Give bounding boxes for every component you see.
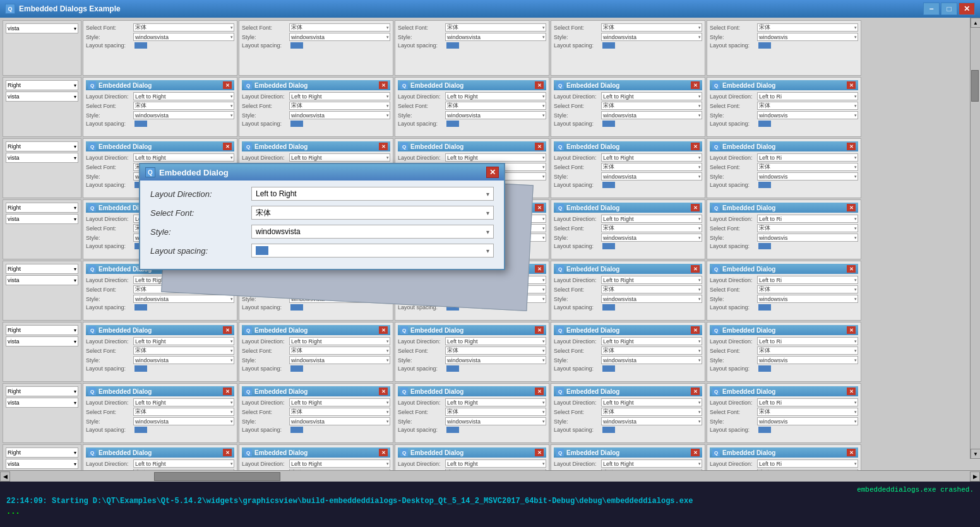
scrollbar-up-btn[interactable]: ▲	[971, 18, 980, 28]
dialog-r8-1: Q Embedded Dialog ✕ Layout Direction: Le…	[83, 444, 237, 470]
dialog-icon: Q	[88, 81, 96, 89]
scrollbar-thumb[interactable]	[971, 70, 979, 102]
horizontal-scrollbar-thumb[interactable]	[154, 472, 280, 481]
dialog-close-btn[interactable]: ✕	[847, 143, 856, 150]
dialog-close-btn[interactable]: ✕	[691, 449, 700, 456]
left-col-6: Right vista	[3, 322, 81, 382]
scrollbar-down-btn[interactable]: ▼	[971, 449, 980, 459]
dialog-top-2: Select Font: 宋体 Style: windowsvista Layo…	[239, 20, 393, 76]
dialog-close-btn[interactable]: ✕	[847, 81, 856, 89]
dropdown-arrow-icon: ▾	[486, 247, 489, 254]
dialog-header: Q Embedded Dialog ✕	[242, 386, 390, 396]
dialog-close-btn[interactable]: ✕	[379, 449, 388, 456]
dialog-close-btn[interactable]: ✕	[847, 388, 856, 395]
dialog-icon: Q	[400, 81, 408, 89]
left-dropdown-8a[interactable]: Right	[6, 447, 78, 458]
dialog-close-btn[interactable]: ✕	[535, 81, 544, 89]
dialog-header: Q Embedded Dialog ✕	[554, 141, 702, 151]
large-dialog-font-row: Select Font: 宋体 ▾	[150, 206, 494, 220]
dialog-r7-4: Q Embedded Dialog ✕ Layout Direction: Le…	[551, 383, 705, 443]
title-bar: Q Embedded Dialogs Example − □ ✕	[0, 0, 980, 18]
dialog-close-btn[interactable]: ✕	[847, 265, 856, 273]
dialog-close-btn[interactable]: ✕	[691, 143, 700, 150]
dialog-close-btn[interactable]: ✕	[223, 81, 232, 89]
minimize-button[interactable]: −	[923, 3, 940, 15]
dialog-icon: Q	[400, 449, 408, 456]
dialog-r5-5: Q Embedded Dialog ✕ Layout Direction: Le…	[707, 261, 861, 321]
large-embedded-dialog: Q Embedded Dialog ✕ Layout Direction: Le…	[139, 163, 505, 270]
dialog-close-btn[interactable]: ✕	[379, 143, 388, 150]
large-dialog-font-label: Select Font:	[150, 208, 251, 218]
dialog-icon: Q	[88, 204, 96, 211]
dialog-close-btn[interactable]: ✕	[535, 204, 544, 211]
left-dropdown-2b[interactable]: vista	[6, 92, 78, 102]
dialog-r8-2: Q Embedded Dialog ✕ Layout Direction: Le…	[239, 444, 393, 470]
dialog-icon: Q	[244, 449, 252, 456]
maximize-button[interactable]: □	[941, 3, 957, 15]
dialog-close-btn[interactable]: ✕	[535, 449, 544, 456]
dialog-header: Q Embedded Dialog ✕	[710, 264, 858, 274]
dialog-icon: Q	[244, 326, 252, 334]
dialog-icon: Q	[88, 388, 96, 395]
dialog-close-btn[interactable]: ✕	[535, 143, 544, 150]
large-dialog-direction-row: Layout Direction: Left to Right ▾	[150, 187, 494, 201]
left-dropdown-7a[interactable]: Right	[6, 386, 78, 396]
dialog-close-btn[interactable]: ✕	[535, 326, 544, 334]
left-dropdown-5b[interactable]: vista	[6, 275, 78, 285]
dialog-header: Q Embedded Dialog ✕	[86, 80, 234, 90]
left-dropdown-6b[interactable]: vista	[6, 336, 78, 346]
dialog-r8-3: Q Embedded Dialog ✕ Layout Direction: Le…	[395, 444, 549, 470]
app-icon: Q	[5, 4, 15, 14]
large-dialog-close-btn[interactable]: ✕	[486, 167, 499, 178]
dialog-close-btn[interactable]: ✕	[379, 388, 388, 395]
left-col-4: Right vista	[3, 199, 81, 259]
dialog-header: Q Embedded Dialog ✕	[554, 325, 702, 335]
left-dropdown-5a[interactable]: Right	[6, 264, 78, 274]
dialog-icon: Q	[712, 449, 720, 456]
left-dropdown-7b[interactable]: vista	[6, 398, 78, 408]
left-dropdown-1[interactable]: vista	[6, 23, 78, 33]
dialog-icon: Q	[244, 388, 252, 395]
scrollbar-right-btn[interactable]: ▶	[970, 471, 980, 482]
dialog-close-btn[interactable]: ✕	[691, 388, 700, 395]
dialog-r7-1: Q Embedded Dialog ✕ Layout Direction: Le…	[83, 383, 237, 443]
dialog-header: Q Embedded Dialog ✕	[86, 386, 234, 396]
left-dropdown-4b[interactable]: vista	[6, 214, 78, 224]
dialog-close-btn[interactable]: ✕	[691, 265, 700, 273]
dialog-icon: Q	[712, 204, 720, 211]
scroll-area[interactable]: vista Select Font: 宋体 Style: windowsvist…	[0, 18, 980, 470]
left-dropdown-2a[interactable]: Right	[6, 80, 78, 90]
dialog-close-btn[interactable]: ✕	[691, 326, 700, 334]
dialog-close-btn[interactable]: ✕	[847, 204, 856, 211]
dialog-r8-5: Q Embedded Dialog ✕ Layout Direction: Le…	[707, 444, 861, 470]
large-dialog-direction-input[interactable]: Left to Right ▾	[251, 187, 494, 201]
left-dropdown-6a[interactable]: Right	[6, 325, 78, 335]
left-dropdown-3b[interactable]: vista	[6, 153, 78, 163]
dialog-close-btn[interactable]: ✕	[691, 81, 700, 89]
dialog-close-btn[interactable]: ✕	[691, 204, 700, 211]
large-dialog-font-input[interactable]: 宋体 ▾	[251, 206, 494, 220]
left-dropdown-8b[interactable]: vista	[6, 459, 78, 469]
left-dropdown-4a[interactable]: Right	[6, 203, 78, 213]
dialog-close-btn[interactable]: ✕	[223, 326, 232, 334]
dialog-close-btn[interactable]: ✕	[379, 326, 388, 334]
large-dialog-spacing-input[interactable]: ▾	[251, 244, 494, 258]
dialog-close-btn[interactable]: ✕	[379, 81, 388, 89]
vertical-scrollbar[interactable]: ▲ ▼	[970, 18, 980, 459]
dialog-close-btn[interactable]: ✕	[223, 143, 232, 150]
dialog-close-btn[interactable]: ✕	[223, 449, 232, 456]
large-dialog-style-input[interactable]: windowsvista ▾	[251, 225, 494, 239]
dialog-close-btn[interactable]: ✕	[847, 449, 856, 456]
dialog-close-btn[interactable]: ✕	[223, 388, 232, 395]
dialog-r7-5: Q Embedded Dialog ✕ Layout Direction: Le…	[707, 383, 861, 443]
dialog-header: Q Embedded Dialog ✕	[86, 325, 234, 335]
dialog-close-btn[interactable]: ✕	[535, 265, 544, 273]
dialog-close-btn[interactable]: ✕	[847, 326, 856, 334]
dialog-close-btn[interactable]: ✕	[535, 388, 544, 395]
scrollbar-left-btn[interactable]: ◀	[0, 471, 10, 482]
horizontal-scrollbar[interactable]: ◀ ▶	[0, 470, 980, 482]
large-dialog-title-text: Embedded Dialog	[159, 168, 229, 177]
dialog-icon: Q	[400, 143, 408, 150]
close-button[interactable]: ✕	[959, 3, 975, 15]
left-dropdown-3a[interactable]: Right	[6, 141, 78, 151]
